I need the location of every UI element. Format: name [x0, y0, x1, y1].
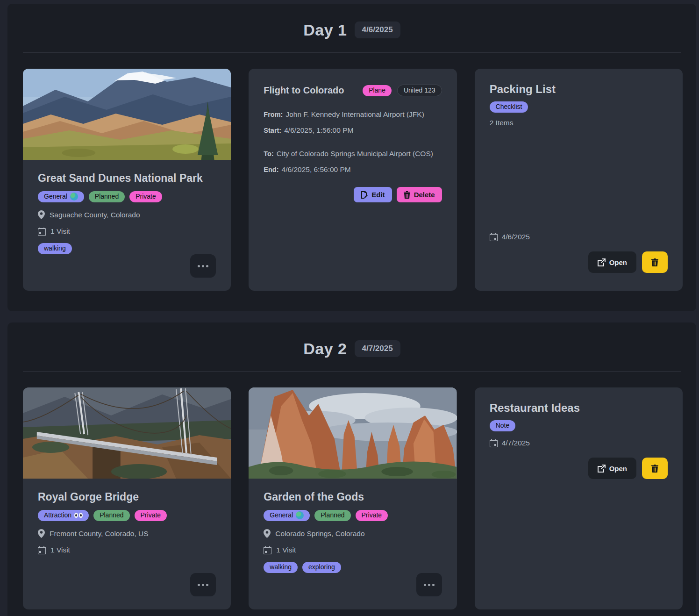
checklist-actions: Open — [490, 251, 668, 273]
delete-note-button[interactable] — [642, 458, 668, 479]
visits-text: 1 Visit — [50, 227, 70, 236]
flight-to-row: To:City of Colorado Springs Municipal Ai… — [264, 150, 442, 158]
day-1-title: Day 1 — [303, 21, 347, 39]
flight-from-row: From:John F. Kennedy International Airpo… — [264, 110, 442, 119]
day-2-cards: Royal Gorge Bridge Attraction Planned Pr… — [7, 372, 696, 609]
open-button[interactable]: Open — [588, 251, 636, 273]
flight-card: Flight to Colorado Plane United 123 From… — [249, 69, 456, 291]
tag-label: Planned — [100, 511, 123, 519]
tag-row: General Planned Private — [264, 510, 442, 521]
day-2-date-badge: 4/7/2025 — [355, 340, 400, 357]
calendar-icon — [264, 546, 271, 554]
tag-row: Attraction Planned Private — [38, 510, 216, 521]
tag-label: Private — [136, 193, 156, 201]
flight-number-badge: United 123 — [397, 85, 442, 96]
note-title: Restaurant Ideas — [490, 401, 668, 415]
place-card-garden-of-the-gods[interactable]: Garden of the Gods General Planned Priva… — [249, 387, 456, 609]
royal-gorge-bridge-photo — [23, 387, 231, 479]
day-1-header: Day 1 4/6/2025 — [7, 4, 696, 40]
location-text: Fremont County, Colorado, US — [50, 530, 149, 538]
delete-checklist-button[interactable] — [642, 251, 668, 273]
tag-planned: Planned — [89, 191, 125, 202]
checklist-badge-row: Checklist — [490, 101, 668, 113]
tag-label: General — [270, 511, 293, 519]
place-card-royal-gorge-bridge[interactable]: Royal Gorge Bridge Attraction Planned Pr… — [23, 387, 231, 609]
place-title: Great Sand Dunes National Park — [38, 172, 216, 185]
day-2-title: Day 2 — [303, 340, 347, 358]
tag-label: General — [44, 193, 67, 201]
visits-row: 1 Visit — [264, 546, 442, 554]
place-card-body: Great Sand Dunes National Park General P… — [23, 160, 231, 291]
eyes-icon — [74, 513, 83, 518]
delete-label: Delete — [414, 191, 435, 199]
to-value: City of Colorado Springs Municipal Airpo… — [277, 150, 433, 158]
tag-private: Private — [129, 191, 162, 202]
place-card-body: Garden of the Gods General Planned Priva… — [249, 479, 456, 609]
globe-icon — [70, 193, 78, 201]
location-pin-icon — [38, 529, 45, 538]
flight-card-body: Flight to Colorado Plane United 123 From… — [249, 69, 456, 291]
globe-icon — [296, 511, 304, 519]
ellipsis-icon — [198, 265, 200, 267]
ellipsis-icon — [198, 584, 200, 586]
external-link-icon — [598, 465, 606, 473]
location-pin-icon — [264, 529, 271, 538]
activity-tag-walking: walking — [264, 562, 298, 573]
card-menu-button[interactable] — [190, 573, 216, 596]
visits-text: 1 Visit — [276, 546, 296, 554]
ellipsis-icon — [206, 584, 208, 586]
place-title: Royal Gorge Bridge — [38, 491, 216, 503]
place-card-great-sand-dunes[interactable]: Great Sand Dunes National Park General P… — [23, 69, 231, 291]
trash-icon — [404, 191, 410, 199]
activity-tag-exploring: exploring — [302, 562, 341, 573]
badge-label: Note — [496, 422, 510, 430]
note-date-row: 4/7/2025 — [490, 439, 668, 447]
tag-label: exploring — [308, 563, 335, 571]
to-label: To: — [264, 150, 273, 158]
tag-planned: Planned — [314, 510, 350, 521]
flight-badges: Plane United 123 — [363, 85, 442, 96]
from-label: From: — [264, 111, 283, 118]
ellipsis-icon — [424, 584, 426, 586]
ellipsis-icon — [202, 265, 204, 267]
note-type-badge: Note — [490, 420, 516, 431]
garden-of-the-gods-photo — [249, 387, 456, 479]
activity-tag-row: walking — [38, 243, 216, 254]
trip-itinerary-page: Day 1 4/6/2025 — [0, 0, 699, 616]
spacer — [490, 127, 668, 233]
card-menu-button[interactable] — [190, 254, 216, 278]
tag-general: General — [264, 510, 310, 521]
open-label: Open — [609, 465, 627, 473]
activity-tag-row: walking exploring — [264, 562, 442, 573]
place-card-body: Royal Gorge Bridge Attraction Planned Pr… — [23, 479, 231, 609]
end-label: End: — [264, 166, 278, 173]
tag-private: Private — [356, 510, 388, 521]
delete-button[interactable]: Delete — [397, 187, 442, 202]
start-label: Start: — [264, 127, 281, 134]
badge-label: Plane — [369, 86, 385, 94]
checklist-card-body: Packing List Checklist 2 Items 4/6/2025 — [475, 69, 683, 291]
tag-general: General — [38, 191, 84, 202]
card-menu-button[interactable] — [416, 573, 442, 596]
flight-end-row: End:4/6/2025, 6:56:00 PM — [264, 165, 442, 174]
calendar-icon — [38, 228, 46, 236]
tag-label: Planned — [95, 193, 119, 201]
visits-row: 1 Visit — [38, 546, 216, 554]
ellipsis-icon — [202, 584, 204, 586]
calendar-icon — [490, 439, 498, 447]
flight-title: Flight to Colorado — [264, 85, 344, 96]
note-card: Restaurant Ideas Note 4/7/2025 Open — [475, 387, 683, 609]
open-button[interactable]: Open — [588, 458, 636, 479]
tag-label: walking — [44, 244, 66, 252]
tag-label: Private — [141, 511, 161, 519]
edit-button[interactable]: Edit — [354, 187, 392, 202]
flight-actions: Edit Delete — [264, 187, 442, 202]
tag-attraction: Attraction — [38, 510, 89, 521]
ellipsis-icon — [428, 584, 430, 586]
trash-icon — [651, 465, 658, 473]
tag-planned: Planned — [93, 510, 129, 521]
spacer — [490, 479, 668, 592]
tag-label: Attraction — [44, 511, 71, 519]
open-label: Open — [609, 258, 627, 266]
activity-tag-walking: walking — [38, 243, 72, 254]
